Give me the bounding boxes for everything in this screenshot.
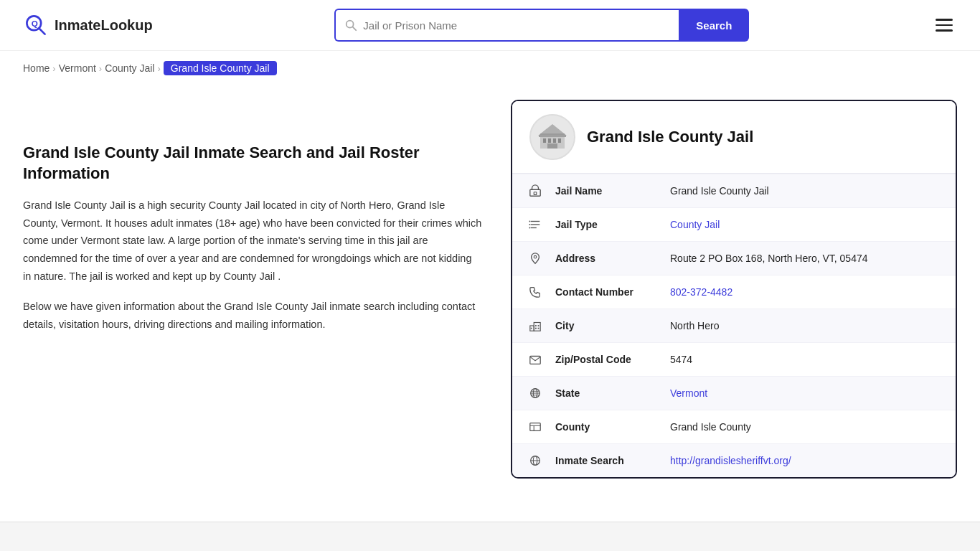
search-input[interactable] (363, 19, 670, 32)
info-link[interactable]: Vermont (670, 387, 707, 399)
svg-rect-36 (530, 423, 540, 431)
svg-rect-28 (538, 328, 540, 329)
svg-rect-25 (535, 325, 537, 326)
site-header: Q InmateLookup Search (0, 0, 980, 51)
info-row: State Vermont (512, 376, 956, 410)
breadcrumb-sep2: › (99, 63, 102, 74)
info-label: Zip/Postal Code (547, 344, 661, 375)
info-row: County Grand Isle County (512, 410, 956, 443)
info-value-cell[interactable]: County Jail (661, 209, 956, 240)
courthouse-icon (537, 121, 568, 153)
pin-icon (512, 242, 547, 275)
info-label: State (547, 377, 661, 409)
info-link[interactable]: http://grandislesheriffvt.org/ (670, 455, 791, 466)
svg-rect-6 (543, 138, 546, 143)
breadcrumb-active: Grand Isle County Jail (164, 61, 277, 75)
breadcrumb-sep1: › (52, 63, 55, 74)
info-label: Inmate Search (547, 445, 661, 476)
info-value-cell: Route 2 PO Box 168, North Hero, VT, 0547… (661, 242, 956, 274)
info-label: City (547, 310, 661, 342)
breadcrumb-home[interactable]: Home (23, 62, 50, 74)
info-value-cell: North Hero (661, 310, 956, 342)
mail-icon (512, 343, 547, 376)
search-icon (344, 19, 357, 32)
card-header: Grand Isle County Jail (512, 101, 956, 174)
svg-point-20 (529, 224, 530, 225)
info-label: Jail Name (547, 175, 661, 207)
page-description2: Below we have given information about th… (23, 298, 482, 333)
page-description1: Grand Isle County Jail is a high securit… (23, 197, 482, 285)
jail-info-card: Grand Isle County Jail Jail Name Grand I… (511, 100, 957, 479)
search-button[interactable]: Search (679, 9, 749, 42)
jail-avatar (529, 114, 575, 160)
svg-line-4 (353, 27, 357, 31)
info-value-cell: Grand Isle County Jail (661, 175, 956, 207)
list-icon (512, 208, 547, 241)
info-value-cell[interactable]: Vermont (661, 377, 956, 409)
info-link[interactable]: 802-372-4482 (670, 286, 732, 298)
info-value: 5474 (670, 354, 692, 365)
info-row: Jail Type County Jail (512, 207, 956, 241)
svg-rect-7 (548, 138, 551, 143)
globe-icon (512, 377, 547, 410)
svg-rect-15 (534, 192, 537, 195)
info-label: Address (547, 242, 661, 274)
svg-rect-29 (531, 328, 532, 329)
svg-rect-9 (558, 138, 561, 143)
info-label: Contact Number (547, 276, 661, 308)
svg-point-21 (529, 227, 530, 229)
info-row: Address Route 2 PO Box 168, North Hero, … (512, 241, 956, 275)
svg-line-1 (39, 29, 45, 34)
logo-icon: Q (23, 12, 49, 38)
info-label: Jail Type (547, 209, 661, 240)
phone-icon (512, 276, 547, 309)
svg-rect-8 (553, 138, 556, 143)
footer-bar (0, 522, 980, 551)
info-value: Route 2 PO Box 168, North Hero, VT, 0547… (670, 253, 868, 264)
breadcrumb: Home › Vermont › County Jail › Grand Isl… (0, 51, 980, 85)
info-link[interactable]: County Jail (670, 219, 720, 230)
hamburger-line2 (936, 24, 953, 27)
svg-rect-27 (535, 328, 537, 329)
main-layout: Grand Isle County Jail Inmate Search and… (0, 85, 980, 507)
globe2-icon (512, 444, 547, 477)
breadcrumb-county-jail[interactable]: County Jail (105, 62, 154, 74)
info-rows-container: Jail Name Grand Isle County Jail Jail Ty… (512, 174, 956, 477)
info-value: North Hero (670, 320, 719, 331)
info-value: Grand Isle County (670, 421, 751, 433)
logo-text: InmateLookup (55, 17, 153, 34)
svg-rect-24 (534, 323, 540, 331)
info-value: Grand Isle County Jail (670, 185, 769, 197)
breadcrumb-sep3: › (157, 63, 160, 74)
info-value-cell: 5474 (661, 344, 956, 375)
info-label: County (547, 411, 661, 443)
county-icon (512, 410, 547, 443)
card-jail-name-heading: Grand Isle County Jail (587, 128, 753, 146)
info-row: Zip/Postal Code 5474 (512, 342, 956, 376)
info-row: Contact Number 802-372-4482 (512, 275, 956, 309)
hamburger-line1 (936, 19, 953, 21)
info-row: Inmate Search http://grandislesheriffvt.… (512, 443, 956, 477)
svg-rect-12 (539, 135, 566, 137)
info-value-cell: Grand Isle County (661, 411, 956, 443)
city-icon (512, 309, 547, 342)
svg-point-22 (534, 255, 537, 258)
svg-rect-26 (538, 325, 540, 326)
hamburger-line3 (936, 29, 953, 32)
jail-icon (512, 174, 547, 207)
hamburger-menu[interactable] (931, 14, 957, 36)
svg-rect-30 (530, 357, 540, 364)
search-input-wrap (334, 9, 679, 42)
page-title: Grand Isle County Jail Inmate Search and… (23, 143, 482, 184)
left-content: Grand Isle County Jail Inmate Search and… (23, 100, 482, 334)
info-row: City North Hero (512, 309, 956, 342)
logo-link[interactable]: Q InmateLookup (23, 12, 153, 38)
svg-text:Q: Q (32, 19, 38, 28)
svg-rect-10 (547, 143, 557, 149)
svg-point-19 (529, 221, 530, 222)
info-value-cell[interactable]: http://grandislesheriffvt.org/ (661, 445, 956, 476)
search-area: Search (334, 9, 749, 42)
breadcrumb-vermont[interactable]: Vermont (59, 62, 96, 74)
info-row: Jail Name Grand Isle County Jail (512, 174, 956, 207)
info-value-cell[interactable]: 802-372-4482 (661, 276, 956, 308)
